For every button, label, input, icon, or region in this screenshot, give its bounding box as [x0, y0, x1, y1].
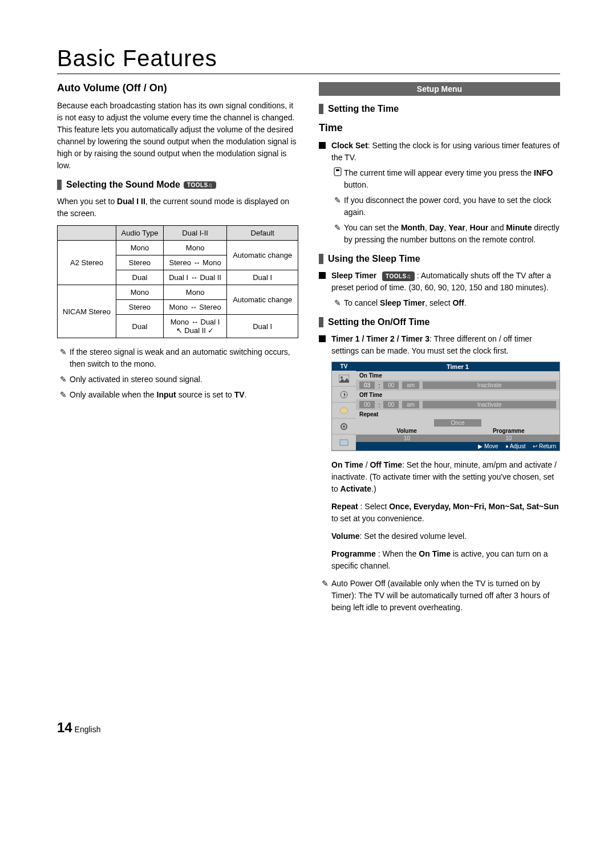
setup-menu-banner: Setup Menu [319, 82, 560, 96]
time-heading: Time [319, 122, 560, 134]
osd-repeat-label: Repeat [356, 410, 560, 419]
selecting-sound-mode-text: Selecting the Sound Mode [66, 180, 180, 190]
osd-footer-return: ↩ Return [533, 443, 556, 449]
osd-off-hour-stepper[interactable]: 00 [359, 401, 375, 408]
osd-title: Timer 1 [356, 362, 560, 371]
setup-icon [332, 419, 356, 435]
page-footer: 14 English [57, 720, 560, 736]
table-header-default: Default [227, 226, 298, 241]
svg-rect-1 [336, 169, 339, 171]
osd-volume-stepper[interactable]: 10 [356, 435, 458, 442]
osd-colon: : [378, 382, 380, 389]
note-item: ✎ You can set the Month, Day, Year, Hour… [319, 222, 560, 246]
setting-time-heading: Setting the Time [319, 104, 560, 114]
square-bullet-icon [319, 335, 326, 342]
remote-icon [331, 167, 344, 180]
sleep-timer-item: Sleep Timer TOOLS♫ : Automatically shuts… [319, 270, 560, 294]
osd-sidebar: TV [332, 362, 356, 451]
heading-bar-icon [319, 254, 323, 264]
tools-badge-icon: TOOLS♫ [382, 271, 415, 281]
left-column: Auto Volume (Off / On) Because each broa… [57, 82, 298, 617]
table-header-audio-type: Audio Type [116, 226, 164, 241]
onoff-time-heading: Setting the On/Off Time [319, 317, 560, 327]
square-bullet-icon [319, 272, 326, 279]
table-row: A2 Stereo Mono Mono Automatic change [58, 241, 298, 255]
osd-off-minute-stepper[interactable]: 00 [383, 401, 399, 408]
on-off-time-desc: On Time / Off Time: Set the hour, minute… [319, 459, 560, 495]
note-item: ✎ Only activated in stereo sound signal. [57, 374, 298, 386]
note-item: ✎ If you disconnect the power cord, you … [319, 194, 560, 218]
osd-on-minute-stepper[interactable]: 00 [383, 382, 399, 389]
sound-icon [332, 387, 356, 403]
osd-colon: : [378, 401, 380, 408]
heading-bar-icon [319, 104, 323, 114]
point-icon: ✎ [331, 222, 344, 234]
svg-point-3 [341, 376, 343, 379]
osd-footer-move: ▶ Move [478, 443, 498, 449]
point-icon: ✎ [331, 194, 344, 206]
osd-on-hour-stepper[interactable]: 03 [359, 382, 375, 389]
osd-volume-label: Volume [356, 427, 458, 435]
heading-bar-icon [319, 317, 323, 327]
point-icon: ✎ [57, 346, 70, 358]
point-icon: ✎ [57, 389, 70, 401]
note-item: The current time will appear every time … [319, 167, 560, 191]
osd-repeat-stepper[interactable]: Once [434, 419, 482, 427]
table-header-dual: Dual I-II [163, 226, 227, 241]
note-item: ✎ If the stereo signal is weak and an au… [57, 346, 298, 370]
auto-power-off-note: ✎ Auto Power Off (available only when th… [319, 578, 560, 614]
svg-rect-0 [334, 168, 341, 176]
table-group-nicam: NICAM Stereo [58, 285, 116, 338]
repeat-desc: Repeat : Select Once, Everyday, Mon~Fri,… [319, 501, 560, 525]
osd-on-state-stepper[interactable]: Inactivate [423, 382, 556, 389]
page-rule [57, 74, 560, 74]
timer-item: Timer 1 / Timer 2 / Timer 3: Three diffe… [319, 333, 560, 357]
page-language: English [75, 725, 101, 734]
sleep-time-heading: Using the Sleep Time [319, 254, 560, 264]
osd-footer-adjust: ♦ Adjust [505, 443, 525, 449]
table-group-a2: A2 Stereo [58, 241, 116, 285]
osd-off-time-label: Off Time [356, 391, 560, 399]
note-item: ✎ To cancel Sleep Timer, select Off. [319, 297, 560, 309]
note-item: ✎ Only available when the Input source i… [57, 389, 298, 401]
osd-on-time-label: On Time [356, 371, 560, 380]
osd-on-ampm-stepper[interactable]: am [402, 382, 419, 389]
page-title: Basic Features [57, 46, 560, 71]
right-column: Setup Menu Setting the Time Time Clock S… [319, 82, 560, 617]
point-icon: ✎ [319, 578, 331, 590]
svg-point-5 [340, 408, 348, 413]
osd-footer: ▶ Move ♦ Adjust ↩ Return [356, 442, 560, 451]
tools-badge-icon: TOOLS♫ [184, 181, 216, 189]
svg-rect-8 [340, 440, 348, 445]
picture-icon [332, 371, 356, 387]
programme-desc: Programme : When the On Time is active, … [319, 548, 560, 572]
sound-mode-table: Audio Type Dual I-II Default A2 Stereo M… [57, 225, 298, 338]
clock-set-item: Clock Set: Setting the clock is for usin… [319, 140, 560, 164]
table-header-blank [58, 226, 116, 241]
table-row: NICAM Stereo Mono Mono Automatic change [58, 285, 298, 300]
point-icon: ✎ [57, 374, 70, 386]
osd-off-ampm-stepper[interactable]: am [402, 401, 419, 408]
selecting-sound-mode-heading: Selecting the Sound Mode TOOLS♫ [57, 180, 298, 190]
channel-icon [332, 403, 356, 419]
auto-volume-heading: Auto Volume (Off / On) [57, 82, 298, 94]
input-icon [332, 435, 356, 451]
osd-programme-label: Programme [458, 427, 560, 435]
point-icon: ✎ [331, 297, 344, 309]
square-bullet-icon [319, 142, 326, 149]
osd-side-title: TV [332, 362, 356, 371]
auto-volume-intro: Because each broadcasting station has it… [57, 100, 298, 172]
volume-desc: Volume: Set the desired volume level. [319, 530, 560, 542]
heading-bar-icon [57, 180, 62, 190]
osd-off-state-stepper[interactable]: Inactivate [423, 401, 556, 408]
osd-programme-stepper[interactable]: 10 [458, 435, 560, 442]
svg-point-7 [343, 425, 345, 428]
page-number: 14 [57, 720, 72, 735]
timer-osd-screenshot: TV Timer 1 On Time 03 : 00 [331, 362, 560, 451]
dual-mode-desc: When you set to Dual I II, the current s… [57, 196, 298, 220]
